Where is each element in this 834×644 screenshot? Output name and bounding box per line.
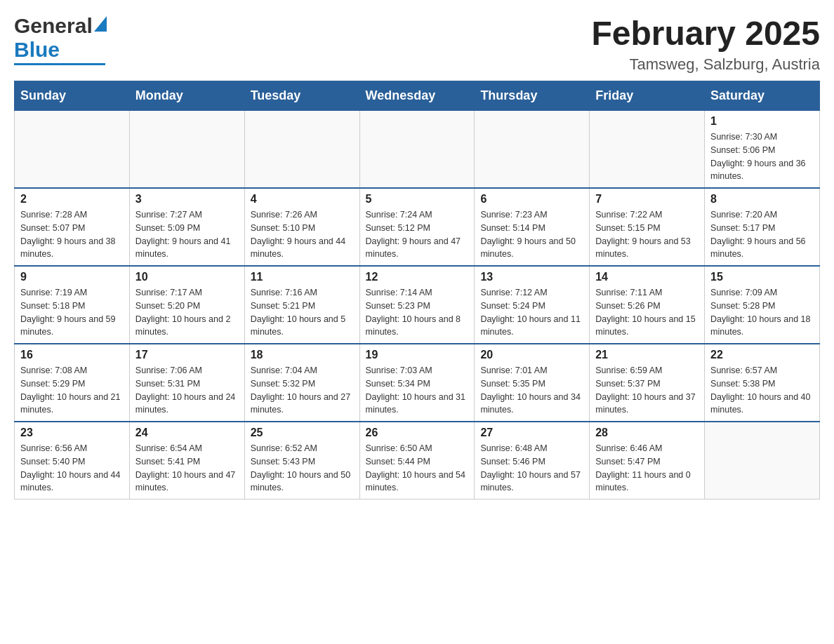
day-info: Sunrise: 7:12 AMSunset: 5:24 PMDaylight:… [480, 286, 583, 339]
day-number: 17 [135, 349, 239, 361]
day-info: Sunrise: 7:08 AMSunset: 5:29 PMDaylight:… [20, 364, 124, 417]
calendar-day-cell [129, 111, 244, 189]
calendar-day-cell: 22Sunrise: 6:57 AMSunset: 5:38 PMDayligh… [705, 344, 820, 422]
day-info: Sunrise: 6:52 AMSunset: 5:43 PMDaylight:… [251, 442, 354, 495]
day-info: Sunrise: 7:27 AMSunset: 5:09 PMDaylight:… [135, 208, 239, 261]
day-info: Sunrise: 7:23 AMSunset: 5:14 PMDaylight:… [480, 208, 583, 261]
day-number: 20 [480, 349, 583, 361]
day-info: Sunrise: 7:19 AMSunset: 5:18 PMDaylight:… [20, 286, 124, 339]
calendar-day-cell: 15Sunrise: 7:09 AMSunset: 5:28 PMDayligh… [705, 266, 820, 344]
logo-general-text: General [14, 14, 93, 38]
month-title: February 2025 [591, 14, 820, 53]
calendar-day-cell: 18Sunrise: 7:04 AMSunset: 5:32 PMDayligh… [244, 344, 359, 422]
day-number: 27 [480, 427, 583, 439]
calendar-week-row: 2Sunrise: 7:28 AMSunset: 5:07 PMDaylight… [15, 188, 820, 266]
title-block: February 2025 Tamsweg, Salzburg, Austria [591, 14, 820, 74]
calendar-day-cell: 13Sunrise: 7:12 AMSunset: 5:24 PMDayligh… [475, 266, 590, 344]
day-info: Sunrise: 6:54 AMSunset: 5:41 PMDaylight:… [135, 442, 239, 495]
col-wednesday: Wednesday [359, 81, 475, 111]
day-number: 23 [20, 427, 124, 439]
calendar-day-cell: 1Sunrise: 7:30 AMSunset: 5:06 PMDaylight… [705, 111, 820, 189]
calendar-week-row: 1Sunrise: 7:30 AMSunset: 5:06 PMDaylight… [15, 111, 820, 189]
calendar-day-cell: 17Sunrise: 7:06 AMSunset: 5:31 PMDayligh… [129, 344, 244, 422]
day-number: 22 [710, 349, 814, 361]
day-info: Sunrise: 7:30 AMSunset: 5:06 PMDaylight:… [710, 130, 814, 183]
calendar-day-cell [705, 422, 820, 499]
calendar-day-cell: 19Sunrise: 7:03 AMSunset: 5:34 PMDayligh… [359, 344, 475, 422]
day-info: Sunrise: 7:22 AMSunset: 5:15 PMDaylight:… [595, 208, 699, 261]
day-number: 8 [710, 193, 814, 206]
calendar-table: Sunday Monday Tuesday Wednesday Thursday… [14, 81, 820, 499]
day-number: 13 [480, 271, 583, 283]
day-info: Sunrise: 6:57 AMSunset: 5:38 PMDaylight:… [710, 364, 814, 417]
logo-underline [14, 63, 105, 65]
day-info: Sunrise: 7:17 AMSunset: 5:20 PMDaylight:… [135, 286, 239, 339]
day-number: 24 [135, 427, 239, 439]
day-info: Sunrise: 7:28 AMSunset: 5:07 PMDaylight:… [20, 208, 124, 261]
calendar-day-cell: 16Sunrise: 7:08 AMSunset: 5:29 PMDayligh… [15, 344, 130, 422]
calendar-day-cell: 25Sunrise: 6:52 AMSunset: 5:43 PMDayligh… [244, 422, 359, 499]
day-number: 18 [251, 349, 354, 361]
svg-marker-0 [94, 16, 107, 32]
day-info: Sunrise: 7:26 AMSunset: 5:10 PMDaylight:… [251, 208, 354, 261]
day-number: 3 [135, 193, 239, 206]
day-number: 26 [366, 427, 469, 439]
day-info: Sunrise: 6:46 AMSunset: 5:47 PMDaylight:… [595, 442, 699, 495]
day-info: Sunrise: 6:56 AMSunset: 5:40 PMDaylight:… [20, 442, 124, 495]
day-number: 5 [366, 193, 469, 206]
day-number: 16 [20, 349, 124, 361]
day-info: Sunrise: 7:16 AMSunset: 5:21 PMDaylight:… [251, 286, 354, 339]
calendar-day-cell: 20Sunrise: 7:01 AMSunset: 5:35 PMDayligh… [475, 344, 590, 422]
calendar-day-cell [244, 111, 359, 189]
col-tuesday: Tuesday [244, 81, 359, 111]
logo-triangle-icon [94, 16, 107, 34]
day-number: 10 [135, 271, 239, 283]
calendar-day-cell [359, 111, 475, 189]
day-number: 12 [366, 271, 469, 283]
location-title: Tamsweg, Salzburg, Austria [591, 55, 820, 74]
day-info: Sunrise: 7:03 AMSunset: 5:34 PMDaylight:… [366, 364, 469, 417]
col-sunday: Sunday [15, 81, 130, 111]
day-number: 2 [20, 193, 124, 206]
calendar-day-cell: 5Sunrise: 7:24 AMSunset: 5:12 PMDaylight… [359, 188, 475, 266]
day-info: Sunrise: 7:04 AMSunset: 5:32 PMDaylight:… [251, 364, 354, 417]
calendar-day-cell: 8Sunrise: 7:20 AMSunset: 5:17 PMDaylight… [705, 188, 820, 266]
calendar-day-cell: 27Sunrise: 6:48 AMSunset: 5:46 PMDayligh… [475, 422, 590, 499]
day-number: 4 [251, 193, 354, 206]
day-number: 14 [595, 271, 699, 283]
col-thursday: Thursday [475, 81, 590, 111]
day-info: Sunrise: 7:01 AMSunset: 5:35 PMDaylight:… [480, 364, 583, 417]
day-number: 9 [20, 271, 124, 283]
day-info: Sunrise: 6:48 AMSunset: 5:46 PMDaylight:… [480, 442, 583, 495]
day-info: Sunrise: 7:24 AMSunset: 5:12 PMDaylight:… [366, 208, 469, 261]
calendar-week-row: 9Sunrise: 7:19 AMSunset: 5:18 PMDaylight… [15, 266, 820, 344]
calendar-day-cell: 3Sunrise: 7:27 AMSunset: 5:09 PMDaylight… [129, 188, 244, 266]
day-info: Sunrise: 6:59 AMSunset: 5:37 PMDaylight:… [595, 364, 699, 417]
col-monday: Monday [129, 81, 244, 111]
calendar-day-cell: 21Sunrise: 6:59 AMSunset: 5:37 PMDayligh… [590, 344, 705, 422]
day-info: Sunrise: 7:20 AMSunset: 5:17 PMDaylight:… [710, 208, 814, 261]
col-saturday: Saturday [705, 81, 820, 111]
calendar-week-row: 16Sunrise: 7:08 AMSunset: 5:29 PMDayligh… [15, 344, 820, 422]
calendar-day-cell: 11Sunrise: 7:16 AMSunset: 5:21 PMDayligh… [244, 266, 359, 344]
day-number: 21 [595, 349, 699, 361]
logo: General Blue [14, 14, 107, 65]
calendar-day-cell [590, 111, 705, 189]
col-friday: Friday [590, 81, 705, 111]
day-info: Sunrise: 7:14 AMSunset: 5:23 PMDaylight:… [366, 286, 469, 339]
calendar-day-cell: 14Sunrise: 7:11 AMSunset: 5:26 PMDayligh… [590, 266, 705, 344]
day-number: 1 [710, 115, 814, 128]
calendar-day-cell: 26Sunrise: 6:50 AMSunset: 5:44 PMDayligh… [359, 422, 475, 499]
logo-blue-text: Blue [14, 38, 60, 61]
day-info: Sunrise: 7:06 AMSunset: 5:31 PMDaylight:… [135, 364, 239, 417]
day-info: Sunrise: 7:11 AMSunset: 5:26 PMDaylight:… [595, 286, 699, 339]
page-header: General Blue February 2025 Tamsweg, Salz… [14, 14, 820, 74]
day-number: 7 [595, 193, 699, 206]
calendar-week-row: 23Sunrise: 6:56 AMSunset: 5:40 PMDayligh… [15, 422, 820, 499]
day-info: Sunrise: 7:09 AMSunset: 5:28 PMDaylight:… [710, 286, 814, 339]
calendar-day-cell: 6Sunrise: 7:23 AMSunset: 5:14 PMDaylight… [475, 188, 590, 266]
calendar-day-cell: 24Sunrise: 6:54 AMSunset: 5:41 PMDayligh… [129, 422, 244, 499]
calendar-day-cell: 23Sunrise: 6:56 AMSunset: 5:40 PMDayligh… [15, 422, 130, 499]
day-number: 25 [251, 427, 354, 439]
calendar-day-cell: 12Sunrise: 7:14 AMSunset: 5:23 PMDayligh… [359, 266, 475, 344]
